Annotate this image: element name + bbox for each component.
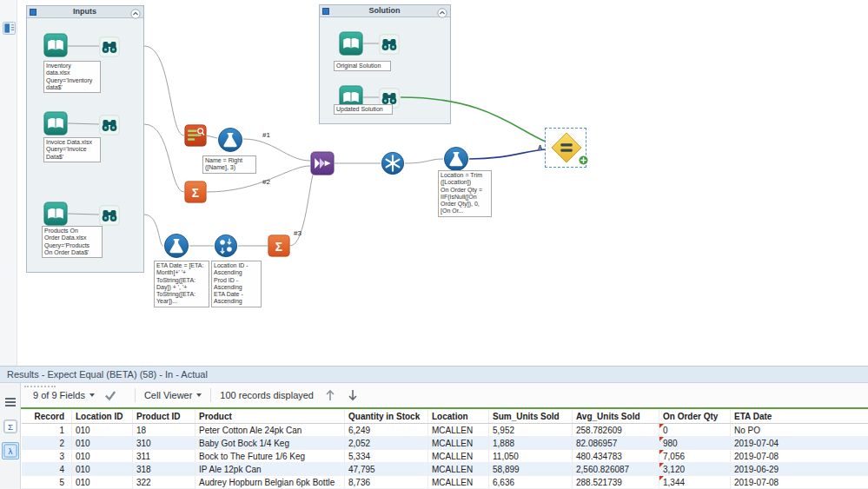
connection-wire[interactable]: [144, 124, 184, 192]
table-cell[interactable]: 2019-07-08: [731, 476, 868, 488]
table-row[interactable]: 101018Peter Cotton Ale 24pk Can6,249MCAL…: [22, 424, 868, 437]
browse-tool[interactable]: [99, 115, 120, 135]
table-cell[interactable]: MCALLEN: [428, 476, 489, 488]
table-cell[interactable]: 8,736: [345, 476, 428, 488]
table-cell[interactable]: 82.086957: [573, 437, 659, 449]
tool-annotation[interactable]: Location = Trim ([Location]) On Order Qt…: [438, 170, 492, 217]
record-number-cell[interactable]: 2: [22, 437, 72, 449]
connection-wire[interactable]: [207, 135, 217, 138]
browse-tool[interactable]: [99, 36, 120, 57]
formula-tool-name[interactable]: [217, 127, 243, 153]
record-number-cell[interactable]: 1: [22, 424, 72, 436]
connection-wire[interactable]: [405, 159, 443, 163]
table-cell[interactable]: 18: [133, 424, 195, 436]
table-cell[interactable]: IP Ale 12pk Can: [195, 463, 345, 475]
column-header[interactable]: Quantity in Stock: [345, 410, 428, 423]
table-cell[interactable]: 2019-07-08: [731, 450, 868, 462]
table-cell[interactable]: 1,344: [659, 476, 731, 488]
apply-check-icon[interactable]: [103, 388, 117, 402]
formula-tool-eta[interactable]: [163, 233, 189, 259]
table-cell[interactable]: 5,334: [345, 450, 428, 462]
table-cell[interactable]: Audrey Hopburn Belgian 6pk Bottle: [195, 476, 345, 488]
table-cell[interactable]: Peter Cotton Ale 24pk Can: [195, 424, 345, 436]
connection-wire[interactable]: [68, 214, 99, 215]
table-row[interactable]: 5010322Audrey Hopburn Belgian 6pk Bottle…: [22, 476, 868, 489]
table-cell[interactable]: 010: [72, 424, 133, 436]
table-row[interactable]: 4010318IP Ale 12pk Can47,795MCALLEN58,89…: [22, 463, 868, 476]
table-cell[interactable]: 2,560.826087: [573, 463, 659, 475]
table-cell[interactable]: 58,899: [489, 463, 573, 475]
connection-wire[interactable]: [144, 215, 163, 246]
table-row[interactable]: 2010310Baby Got Bock 1/4 Keg2,052MCALLEN…: [22, 437, 868, 450]
scroll-down-icon[interactable]: [347, 388, 359, 402]
fields-dropdown[interactable]: 9 of 9 Fields: [33, 390, 95, 400]
table-cell[interactable]: 322: [133, 476, 195, 488]
table-cell[interactable]: 258.782609: [573, 424, 659, 436]
summarize-tool-1[interactable]: Σ: [184, 181, 207, 203]
input-data-tool-products[interactable]: [43, 202, 68, 226]
table-cell[interactable]: 5,952: [489, 424, 573, 436]
table-cell[interactable]: MCALLEN: [428, 437, 489, 449]
table-cell[interactable]: 288.521739: [573, 476, 659, 488]
browse-tool[interactable]: [379, 34, 400, 55]
table-cell[interactable]: 311: [133, 450, 195, 462]
join-multiple-tool[interactable]: [381, 151, 405, 175]
tool-annotation[interactable]: Inventory data.xlsx Query='Inventory dat…: [43, 61, 101, 93]
tool-annotation[interactable]: Invoice Data.xlsx Query='Invoice Data$': [43, 137, 101, 162]
input-data-tool-inventory[interactable]: [43, 33, 68, 57]
table-cell[interactable]: 47,795: [345, 463, 428, 475]
tool-annotation[interactable]: ETA Date = [ETA: Month]+' '+ ToString([E…: [154, 261, 209, 307]
cell-viewer-dropdown[interactable]: Cell Viewer: [144, 390, 202, 400]
column-header[interactable]: Location: [428, 410, 489, 423]
table-cell[interactable]: 1,888: [489, 437, 573, 449]
sort-tool[interactable]: [214, 234, 238, 258]
table-cell[interactable]: 11,050: [489, 450, 573, 462]
column-header[interactable]: On Order Qty: [659, 410, 731, 423]
tool-annotation[interactable]: Original Solution: [334, 61, 391, 71]
record-number-cell[interactable]: 5: [22, 476, 72, 488]
column-header[interactable]: Sum_Units Sold: [489, 410, 573, 423]
tool-annotation[interactable]: Products On Order Data.xlsx Query='Produ…: [42, 226, 103, 258]
tool-annotation[interactable]: Updated Solution: [334, 104, 393, 115]
column-header[interactable]: Location ID: [72, 410, 133, 423]
table-cell[interactable]: 2,052: [345, 437, 428, 449]
input-data-tool-original-solution[interactable]: [339, 31, 363, 56]
table-cell[interactable]: MCALLEN: [428, 463, 489, 475]
table-cell[interactable]: 7,056: [659, 450, 731, 462]
table-cell[interactable]: 980: [659, 437, 731, 449]
table-cell[interactable]: MCALLEN: [428, 450, 489, 462]
panel-drag-handle[interactable]: [24, 386, 56, 389]
connection-wire-actual[interactable]: [469, 149, 546, 159]
tool-annotation[interactable]: Name = Right ([Name], 3): [202, 155, 256, 174]
results-panel-header[interactable]: Results - Expect Equal (BETA) (58) - In …: [0, 367, 868, 383]
add-browse-plus-icon[interactable]: [578, 154, 589, 165]
table-cell[interactable]: 010: [72, 437, 133, 449]
table-cell[interactable]: 2019-06-29: [731, 463, 868, 475]
table-cell[interactable]: 010: [72, 463, 133, 475]
input-data-tool-invoice[interactable]: [43, 111, 68, 135]
workflow-canvas[interactable]: Inputs Solution: [0, 0, 868, 366]
table-cell[interactable]: 2019-07-04: [731, 437, 868, 449]
table-cell[interactable]: 310: [133, 437, 195, 449]
table-cell[interactable]: 3,120: [659, 463, 731, 475]
table-cell[interactable]: No PO: [731, 424, 868, 436]
table-cell[interactable]: 318: [133, 463, 195, 475]
column-header[interactable]: Product: [195, 410, 345, 423]
join-tool[interactable]: [310, 151, 335, 175]
table-cell[interactable]: MCALLEN: [428, 424, 489, 436]
find-replace-tool[interactable]: [184, 124, 207, 147]
connection-wire[interactable]: [68, 123, 99, 124]
column-header[interactable]: Record: [22, 410, 72, 423]
table-cell[interactable]: Bock to The Future 1/6 Keg: [195, 450, 345, 462]
connection-wire[interactable]: [144, 46, 184, 135]
expect-equal-test-tool[interactable]: [545, 128, 586, 168]
table-cell[interactable]: 0: [659, 424, 731, 436]
results-view-metadata-icon[interactable]: λ: [2, 442, 19, 459]
column-header[interactable]: ETA Date: [731, 410, 868, 423]
column-header[interactable]: Product ID: [133, 410, 195, 423]
table-cell[interactable]: 010: [72, 476, 133, 488]
results-view-profile-icon[interactable]: Σ: [2, 418, 19, 435]
formula-tool-location[interactable]: [443, 146, 469, 172]
results-view-table-icon[interactable]: [2, 393, 19, 411]
browse-tool[interactable]: [99, 205, 120, 226]
